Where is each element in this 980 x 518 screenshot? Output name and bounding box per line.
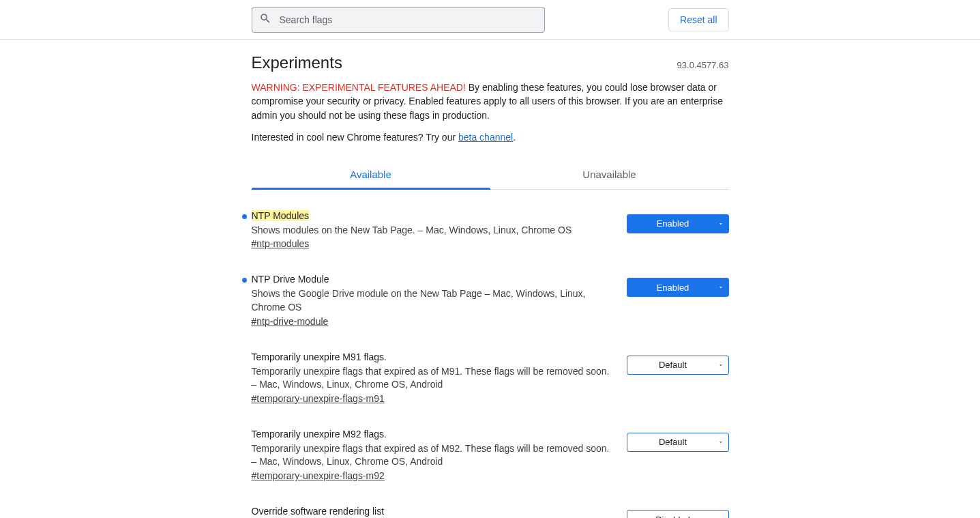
flag-item: Temporarily unexpire M92 flags.Temporari… <box>252 429 729 481</box>
flag-state-select[interactable]: Enabled <box>627 278 729 297</box>
flag-body: Temporarily unexpire M92 flags.Temporari… <box>252 429 613 481</box>
flag-title: NTP Drive Module <box>252 274 329 285</box>
flag-title: Override software rendering list <box>252 506 385 517</box>
modified-dot-icon <box>242 214 247 219</box>
flag-item: NTP ModulesShows modules on the New Tab … <box>252 210 729 250</box>
flag-state-select[interactable]: Default <box>627 356 729 375</box>
content: Experiments 93.0.4577.63 WARNING: EXPERI… <box>252 40 729 518</box>
tab-unavailable[interactable]: Unavailable <box>490 159 729 189</box>
chevron-down-icon <box>717 439 724 446</box>
flag-hash-link[interactable]: #temporary-unexpire-flags-m91 <box>252 393 385 404</box>
flag-state-select[interactable]: Enabled <box>627 214 729 233</box>
search-icon <box>259 12 271 27</box>
page-title: Experiments <box>252 53 342 72</box>
beta-channel-link[interactable]: beta channel <box>458 132 513 143</box>
flag-hash-link[interactable]: #temporary-unexpire-flags-m92 <box>252 470 385 481</box>
flag-item: NTP Drive ModuleShows the Google Drive m… <box>252 274 729 326</box>
flag-description: Temporarily unexpire flags that expired … <box>252 365 613 392</box>
flag-state-value: Enabled <box>657 218 689 229</box>
flag-description: Temporarily unexpire flags that expired … <box>252 442 613 469</box>
flag-body: Temporarily unexpire M91 flags.Temporari… <box>252 351 613 404</box>
flags-list: NTP ModulesShows modules on the New Tab … <box>252 190 729 518</box>
search-input[interactable] <box>278 14 537 26</box>
warning-text: WARNING: EXPERIMENTAL FEATURES AHEAD! By… <box>252 81 729 122</box>
version-label: 93.0.4577.63 <box>677 60 729 70</box>
flag-description: Shows the Google Drive module on the New… <box>252 287 613 314</box>
flag-title: Temporarily unexpire M91 flags. <box>252 351 387 362</box>
chevron-down-icon <box>717 220 724 227</box>
flag-body: NTP ModulesShows modules on the New Tab … <box>252 210 613 250</box>
flag-state-select[interactable]: Default <box>627 433 729 452</box>
flag-hash-link[interactable]: #ntp-modules <box>252 238 310 249</box>
flag-title: NTP Modules <box>252 210 310 221</box>
flag-state-value: Enabled <box>657 283 689 293</box>
flag-hash-link[interactable]: #ntp-drive-module <box>252 316 329 327</box>
warning-prefix: WARNING: EXPERIMENTAL FEATURES AHEAD! <box>252 82 466 93</box>
flag-body: Override software rendering listOverride… <box>252 506 613 518</box>
flag-state-value: Default <box>659 360 687 370</box>
modified-dot-icon <box>242 278 247 283</box>
flag-item: Override software rendering listOverride… <box>252 506 729 518</box>
flag-item: Temporarily unexpire M91 flags.Temporari… <box>252 351 729 404</box>
tab-available[interactable]: Available <box>252 159 490 189</box>
chevron-down-icon <box>717 284 724 291</box>
flag-state-value: Disabled <box>655 515 690 518</box>
chevron-down-icon <box>717 362 724 369</box>
flag-state-select[interactable]: Disabled <box>627 510 729 518</box>
search-input-container[interactable] <box>252 7 545 33</box>
flag-description: Shows modules on the New Tab Page. – Mac… <box>252 224 613 238</box>
flag-body: NTP Drive ModuleShows the Google Drive m… <box>252 274 613 326</box>
tabs: Available Unavailable <box>252 159 729 190</box>
header-bar: Reset all <box>0 0 980 40</box>
interest-line: Interested in cool new Chrome features? … <box>252 132 729 143</box>
flag-title: Temporarily unexpire M92 flags. <box>252 429 387 440</box>
flag-state-value: Default <box>659 437 687 447</box>
reset-all-button[interactable]: Reset all <box>668 8 728 31</box>
